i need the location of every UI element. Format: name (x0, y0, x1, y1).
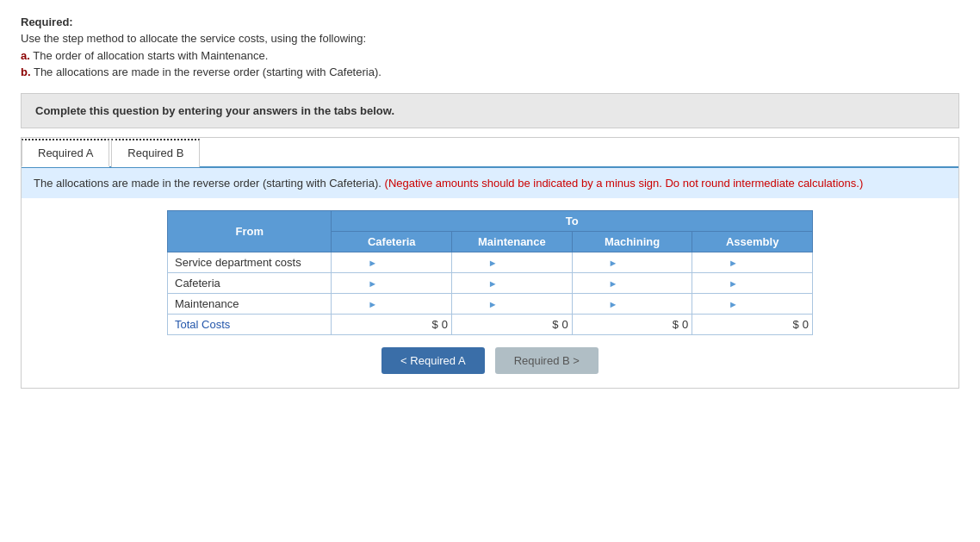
question-box-text: Complete this question by entering your … (35, 104, 394, 117)
arrow-icon: ► (729, 299, 738, 309)
arrow-icon: ► (608, 278, 617, 289)
tab-content: The allocations are made in the reverse … (22, 168, 958, 389)
header-from: From (168, 211, 332, 252)
required-title: Required: (21, 16, 959, 28)
table-row-maintenance: Maintenance ► ► ► ► (168, 294, 813, 315)
row-label-cafeteria: Cafeteria (168, 273, 332, 294)
input-cafeteria-machining[interactable]: ► (572, 273, 692, 294)
table-row-cafeteria: Cafeteria ► ► ► ► (168, 273, 813, 294)
input-maintenance-machining[interactable]: ► (572, 294, 692, 315)
total-maintenance: $ 0 (452, 315, 573, 335)
input-cafeteria-cafeteria-field[interactable] (379, 277, 448, 290)
total-machining-value: 0 (682, 318, 688, 331)
arrow-icon: ► (729, 258, 738, 268)
input-cafeteria-maintenance[interactable]: ► (452, 273, 573, 294)
table-row-service: Service department costs ► ► ► ► (168, 252, 813, 273)
question-box: Complete this question by entering your … (21, 93, 959, 128)
arrow-icon: ► (608, 299, 617, 309)
header-to: To (332, 211, 813, 232)
input-service-cafeteria-field[interactable] (379, 256, 448, 269)
input-service-machining-field[interactable] (619, 256, 688, 269)
info-banner-red: (Negative amounts should be indicated by… (385, 177, 864, 190)
prev-button[interactable]: < Required A (381, 347, 485, 374)
input-maintenance-cafeteria[interactable]: ► (332, 294, 452, 315)
header-cafeteria: Cafeteria (332, 232, 452, 252)
total-assembly-value: 0 (803, 318, 809, 331)
input-maintenance-assembly[interactable]: ► (692, 294, 813, 315)
input-service-cafeteria[interactable]: ► (332, 252, 452, 273)
input-service-assembly-field[interactable] (740, 256, 809, 269)
table-section: From To Cafeteria Maintenance Machining … (22, 198, 958, 388)
arrow-icon: ► (488, 299, 498, 309)
input-maintenance-maintenance[interactable]: ► (452, 294, 573, 315)
arrow-icon: ► (488, 278, 498, 289)
header-machining: Machining (572, 232, 692, 252)
instructions: Use the step method to allocate the serv… (21, 30, 959, 81)
tabs-header: Required A Required B (22, 138, 958, 168)
input-cafeteria-assembly-field[interactable] (740, 277, 809, 290)
arrow-icon: ► (488, 258, 498, 268)
total-cafeteria-value: 0 (442, 318, 448, 331)
dollar-maintenance: $ (552, 318, 558, 331)
instruction-b-letter: b. (21, 65, 31, 78)
input-maintenance-maintenance-field[interactable] (499, 297, 568, 310)
tab-required-a[interactable]: Required A (22, 139, 109, 167)
input-maintenance-machining-field[interactable] (619, 297, 688, 310)
instruction-a-text: The order of allocation starts with Main… (30, 49, 269, 62)
info-banner-normal: The allocations are made in the reverse … (34, 177, 381, 190)
input-cafeteria-maintenance-field[interactable] (499, 277, 568, 290)
total-machining: $ 0 (572, 315, 692, 335)
total-assembly: $ 0 (692, 315, 813, 335)
input-maintenance-assembly-field[interactable] (740, 297, 809, 310)
row-label-maintenance: Maintenance (168, 294, 332, 315)
arrow-icon: ► (729, 278, 738, 289)
arrow-icon: ► (368, 299, 377, 309)
input-service-maintenance[interactable]: ► (452, 252, 573, 273)
header-maintenance: Maintenance (452, 232, 573, 252)
input-service-assembly[interactable]: ► (692, 252, 813, 273)
input-cafeteria-cafeteria[interactable]: ► (332, 273, 452, 294)
input-cafeteria-assembly[interactable]: ► (692, 273, 813, 294)
dollar-assembly: $ (793, 318, 799, 331)
arrow-icon: ► (368, 258, 377, 268)
arrow-icon: ► (368, 278, 377, 289)
header-assembly: Assembly (692, 232, 813, 252)
arrow-icon: ► (608, 258, 617, 268)
table-row-total: Total Costs $ 0 $ 0 (168, 315, 813, 335)
instruction-a-letter: a. (21, 49, 30, 62)
input-maintenance-cafeteria-field[interactable] (379, 297, 448, 310)
dollar-machining: $ (673, 318, 679, 331)
allocation-table: From To Cafeteria Maintenance Machining … (167, 210, 813, 335)
dollar-cafeteria: $ (432, 318, 438, 331)
row-label-total: Total Costs (168, 315, 332, 335)
row-label-service: Service department costs (168, 252, 332, 273)
nav-buttons: < Required A Required B > (35, 347, 945, 374)
input-service-maintenance-field[interactable] (499, 256, 568, 269)
next-button[interactable]: Required B > (495, 347, 599, 374)
total-cafeteria: $ 0 (332, 315, 452, 335)
instruction-b-text: The allocations are made in the reverse … (31, 65, 381, 78)
tab-required-b[interactable]: Required B (111, 139, 200, 167)
input-service-machining[interactable]: ► (572, 252, 692, 273)
total-maintenance-value: 0 (561, 318, 568, 331)
instruction-main: Use the step method to allocate the serv… (21, 32, 366, 45)
info-banner: The allocations are made in the reverse … (22, 168, 958, 199)
input-cafeteria-machining-field[interactable] (619, 277, 688, 290)
tabs-container: Required A Required B The allocations ar… (21, 137, 959, 389)
